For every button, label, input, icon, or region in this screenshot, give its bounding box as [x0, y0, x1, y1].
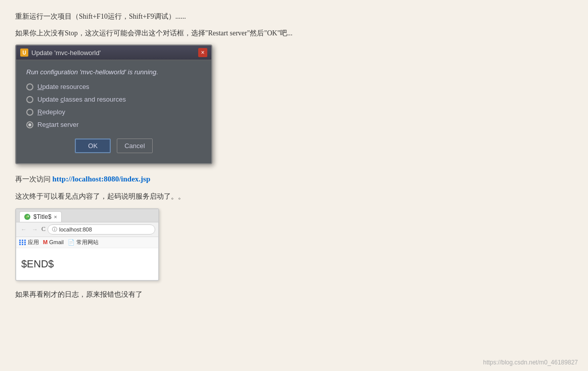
line2-text: 如果你上次没有Stop，这次运行可能会弹出这个对话框，选择"Restart se…: [15, 29, 293, 37]
address-bar[interactable]: ⓘ localhost:808: [48, 224, 155, 235]
ok-button[interactable]: OK: [75, 138, 111, 153]
radio-button-4[interactable]: [26, 121, 33, 128]
radio-button-1[interactable]: [26, 83, 33, 90]
line1: 重新运行一次项目（Shift+F10运行，Shift+F9调试）......: [15, 10, 571, 23]
radio-label-2: Update classes and resources: [37, 96, 126, 103]
line3-pre: 再一次访问: [15, 175, 53, 183]
browser-screenshot: $Title$ × ← → C ⓘ localhost:808 应用: [15, 208, 159, 281]
line4: 这次终于可以看见点内容了，起码说明服务启动了。。: [15, 190, 571, 203]
radio-label-4: Restart server: [37, 121, 79, 128]
dialog-body: Run configuration 'mvc-helloworld' is ru…: [16, 60, 211, 163]
browser-bookmarks-bar: 应用 M Gmail 📄 常用网站: [16, 237, 158, 248]
gmail-label: Gmail: [49, 239, 64, 245]
common-sites-label: 常用网站: [76, 239, 99, 246]
dialog-buttons: OK Cancel: [26, 138, 201, 153]
gmail-icon: M: [43, 239, 48, 245]
radio-option-2[interactable]: Update classes and resources: [26, 96, 201, 103]
radio-option-4[interactable]: Restart server: [26, 121, 201, 128]
update-dialog: U Update 'mvc-helloworld' × Run configur…: [15, 44, 212, 164]
localhost-link[interactable]: http://localhost:8080/index.jsp: [53, 175, 151, 183]
radio-label-1: Update resources: [37, 83, 89, 90]
browser-page-text: $END$: [21, 258, 54, 269]
radio-button-2[interactable]: [26, 96, 33, 103]
dialog-app-icon: U: [20, 49, 28, 57]
radio-label-3: Redeploy: [37, 108, 65, 116]
back-button[interactable]: ←: [19, 225, 28, 234]
apps-icon: [19, 240, 26, 245]
apps-label: 应用: [28, 239, 39, 246]
dialog-title-left: U Update 'mvc-helloworld': [20, 49, 101, 57]
line5: 如果再看刚才的日志，原来报错也没有了: [15, 288, 571, 301]
browser-content: $END$: [16, 248, 158, 280]
dialog-title: Update 'mvc-helloworld': [31, 49, 101, 57]
bookmark-gmail[interactable]: M Gmail: [43, 239, 64, 245]
cancel-button[interactable]: Cancel: [117, 138, 152, 153]
dialog-titlebar: U Update 'mvc-helloworld' ×: [16, 45, 211, 60]
forward-button[interactable]: →: [30, 225, 39, 234]
radio-button-3[interactable]: [26, 109, 33, 116]
line3: 再一次访问 http://localhost:8080/index.jsp: [15, 172, 571, 186]
bookmark-icon: 📄: [68, 239, 75, 246]
dialog-container: U Update 'mvc-helloworld' × Run configur…: [15, 44, 571, 164]
radio-option-3[interactable]: Redeploy: [26, 108, 201, 116]
bookmark-apps[interactable]: 应用: [19, 239, 39, 246]
line2: 如果你上次没有Stop，这次运行可能会弹出这个对话框，选择"Restart se…: [15, 27, 571, 39]
browser-tab-bar: $Title$ ×: [16, 209, 158, 222]
address-text: localhost:808: [59, 226, 92, 233]
browser-toolbar: ← → C ⓘ localhost:808: [16, 222, 158, 237]
browser-tab[interactable]: $Title$ ×: [19, 211, 62, 222]
dialog-message: Run configuration 'mvc-helloworld' is ru…: [26, 68, 201, 76]
radio-option-1[interactable]: Update resources: [26, 83, 201, 90]
page-content: 重新运行一次项目（Shift+F10运行，Shift+F9调试）...... 如…: [15, 10, 571, 301]
tab-label: $Title$: [33, 213, 52, 220]
lock-icon: ⓘ: [52, 226, 57, 233]
tab-favicon-icon: [24, 213, 31, 220]
dialog-close-button[interactable]: ×: [198, 48, 207, 57]
bookmark-common[interactable]: 📄 常用网站: [68, 239, 99, 246]
tab-close-button[interactable]: ×: [54, 214, 57, 220]
refresh-button[interactable]: C: [41, 225, 46, 233]
